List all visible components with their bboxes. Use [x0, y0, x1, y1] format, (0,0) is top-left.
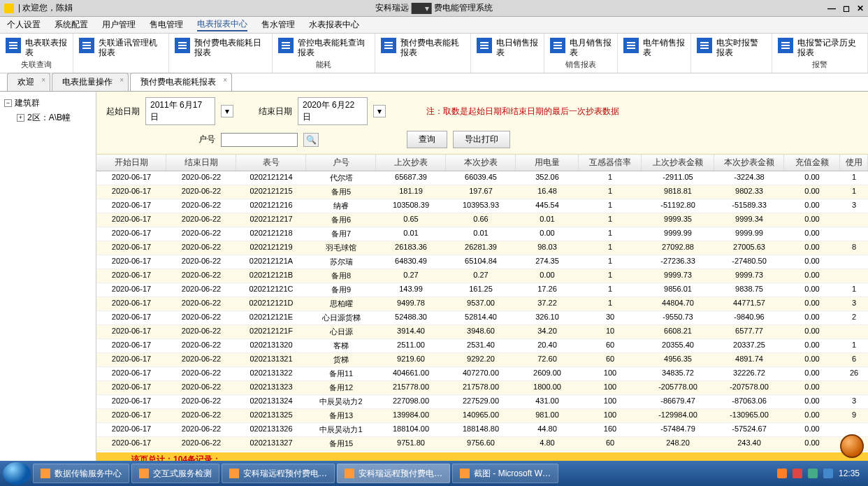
grid-header: 开始日期结束日期表号户号上次抄表本次抄表用电量互感器倍率上次抄表金额本次抄表金额…: [96, 155, 868, 171]
column-header[interactable]: 上次抄表金额: [642, 155, 714, 171]
document-tab[interactable]: 欢迎×: [7, 73, 50, 91]
document-tab[interactable]: 预付费电表能耗报表×: [130, 73, 232, 91]
menu-item[interactable]: 售水管理: [261, 19, 295, 31]
table-row[interactable]: 2020-06-172020-06-220202121217备用60.650.6…: [96, 213, 868, 227]
start-date-picker-icon[interactable]: ▾: [221, 105, 233, 117]
app-icon: [4, 3, 14, 13]
table-row[interactable]: 2020-06-172020-06-220202121219羽毛球馆26183.…: [96, 241, 868, 255]
app-icon: [41, 469, 50, 478]
taskbar-item[interactable]: 数据传输服务中心: [33, 464, 129, 483]
start-button[interactable]: [3, 462, 31, 485]
maximize-button[interactable]: ◻: [843, 3, 850, 13]
table-row[interactable]: 2020-06-172020-06-220202131328一二楼照明30268…: [96, 451, 868, 452]
report-icon: [6, 38, 21, 53]
table-row[interactable]: 2020-06-172020-06-220202121215备用5181.191…: [96, 185, 868, 199]
end-date-label: 结束日期: [259, 106, 292, 117]
menu-item[interactable]: 个人设置: [7, 19, 41, 31]
query-button[interactable]: 查询: [407, 131, 447, 148]
table-row[interactable]: 2020-06-172020-06-22020212121C备用9143.991…: [96, 283, 868, 297]
account-input[interactable]: [221, 133, 298, 147]
column-header[interactable]: 用电量: [516, 155, 579, 171]
table-row[interactable]: 2020-06-172020-06-220202131327备用159751.8…: [96, 437, 868, 451]
table-row[interactable]: 2020-06-172020-06-220202131325备用13139984…: [96, 409, 868, 423]
toolbar-button[interactable]: 失联通讯管理机报表: [73, 34, 169, 73]
document-tabs: 欢迎×电表批量操作×预付费电表能耗报表×: [0, 73, 868, 92]
end-date-picker-icon[interactable]: ▾: [373, 105, 386, 117]
table-row[interactable]: 2020-06-172020-06-220202131322备用11404661…: [96, 367, 868, 381]
table-row[interactable]: 2020-06-172020-06-220202131326中辰昊动力11881…: [96, 423, 868, 437]
table-row[interactable]: 2020-06-172020-06-220202131321货梯9219.609…: [96, 353, 868, 367]
column-header[interactable]: 上次抄表: [376, 155, 446, 171]
tray-icon[interactable]: [793, 469, 802, 478]
app-icon: [139, 469, 149, 478]
toolbar-button[interactable]: 电报警记录历史报表报警: [772, 34, 868, 73]
system-tray: 12:35: [777, 469, 865, 478]
table-row[interactable]: 2020-06-172020-06-220202121214代尔塔65687.3…: [96, 171, 868, 185]
column-header[interactable]: 户号: [306, 155, 376, 171]
table-row[interactable]: 2020-06-172020-06-220202131323备用12215778…: [96, 381, 868, 395]
expand-icon[interactable]: +: [17, 114, 24, 122]
tab-close-icon[interactable]: ×: [223, 76, 227, 84]
menu-item[interactable]: 用户管理: [102, 19, 136, 31]
taskbar-item[interactable]: 安科瑞远程预付费电…: [222, 464, 335, 483]
title-dropdown[interactable]: [412, 3, 432, 14]
toolbar-button[interactable]: 电年销售报表: [618, 34, 691, 73]
clock: 12:35: [839, 469, 860, 478]
column-header[interactable]: 表号: [236, 155, 306, 171]
column-header[interactable]: 开始日期: [96, 155, 166, 171]
menu-item[interactable]: 电表报表中心: [197, 18, 247, 31]
collapse-icon[interactable]: −: [4, 99, 12, 107]
minimize-button[interactable]: —: [827, 3, 836, 13]
tab-close-icon[interactable]: ×: [41, 76, 45, 84]
toolbar-button[interactable]: 电表联表报表失联查询: [0, 34, 73, 73]
tray-icon[interactable]: [823, 469, 833, 478]
tree-child[interactable]: + 2区：A\B幢: [4, 110, 92, 125]
taskbar-item[interactable]: 安科瑞远程预付费电…: [337, 464, 450, 483]
toolbar-button[interactable]: 预付费电表能耗报表: [375, 34, 471, 73]
tray-icon[interactable]: [808, 469, 818, 478]
table-row[interactable]: 2020-06-172020-06-22020212121A苏尔瑞64830.4…: [96, 255, 868, 269]
menu-item[interactable]: 系统配置: [55, 19, 88, 31]
column-header[interactable]: 充值金额: [784, 155, 840, 171]
report-icon: [381, 38, 396, 53]
toolbar-button[interactable]: 预付费电表能耗日报表: [169, 34, 272, 73]
title-center: 安科瑞远 费电能管理系统: [375, 2, 493, 14]
toolbar-button[interactable]: 电日销售报表: [471, 34, 544, 73]
menu-item[interactable]: 水表报表中心: [309, 19, 359, 31]
tray-icon[interactable]: [777, 469, 787, 478]
menu-item[interactable]: 售电管理: [150, 19, 183, 31]
table-row[interactable]: 2020-06-172020-06-22020212121F心日源3914.40…: [96, 325, 868, 339]
report-icon: [278, 38, 294, 53]
column-header[interactable]: 结束日期: [166, 155, 236, 171]
search-icon[interactable]: 🔍: [303, 133, 319, 147]
toolbar-button[interactable]: 管控电表能耗查询报表能耗: [273, 34, 375, 73]
document-tab[interactable]: 电表批量操作×: [52, 73, 129, 91]
end-date-input[interactable]: 2020年 6月22日: [298, 97, 368, 125]
table-row[interactable]: 2020-06-172020-06-220202131324中辰昊动力22270…: [96, 395, 868, 409]
column-header[interactable]: 使用: [840, 155, 868, 171]
table-row[interactable]: 2020-06-172020-06-220202131320客梯2511.002…: [96, 339, 868, 353]
column-header[interactable]: 本次抄表: [446, 155, 516, 171]
toolbar-button[interactable]: 电月销售报表销售报表: [544, 34, 618, 73]
report-icon: [623, 38, 639, 53]
start-date-input[interactable]: 2011年 6月17日: [145, 97, 215, 125]
export-button[interactable]: 导出打印: [453, 131, 510, 148]
column-header[interactable]: 本次抄表金额: [714, 155, 784, 171]
grid-body[interactable]: 2020-06-172020-06-220202121214代尔塔65687.3…: [96, 171, 868, 452]
table-row[interactable]: 2020-06-172020-06-22020212121E心日源货梯52488…: [96, 311, 868, 325]
assistant-orb-icon[interactable]: [840, 434, 864, 458]
close-button[interactable]: ✕: [857, 3, 864, 13]
start-date-label: 起始日期: [106, 106, 140, 117]
table-row[interactable]: 2020-06-172020-06-220202121216纳睿103508.3…: [96, 199, 868, 213]
table-row[interactable]: 2020-06-172020-06-22020212121B备用80.270.2…: [96, 269, 868, 283]
table-row[interactable]: 2020-06-172020-06-22020212121D思柏曜9499.78…: [96, 297, 868, 311]
taskbar-item[interactable]: 交互式服务检测: [131, 464, 219, 483]
tab-close-icon[interactable]: ×: [120, 76, 124, 84]
column-header[interactable]: 互感器倍率: [579, 155, 642, 171]
filter-note: 注：取数是起始日期和结束日期的最后一次抄表数据: [426, 106, 619, 117]
taskbar: 数据传输服务中心交互式服务检测安科瑞远程预付费电…安科瑞远程预付费电…截图 - …: [0, 461, 868, 486]
taskbar-item[interactable]: 截图 - Microsoft W…: [452, 464, 558, 483]
table-row[interactable]: 2020-06-172020-06-220202121218备用70.010.0…: [96, 227, 868, 241]
tree-root[interactable]: − 建筑群: [4, 96, 92, 110]
toolbar-button[interactable]: 电实时报警报表: [691, 34, 772, 73]
